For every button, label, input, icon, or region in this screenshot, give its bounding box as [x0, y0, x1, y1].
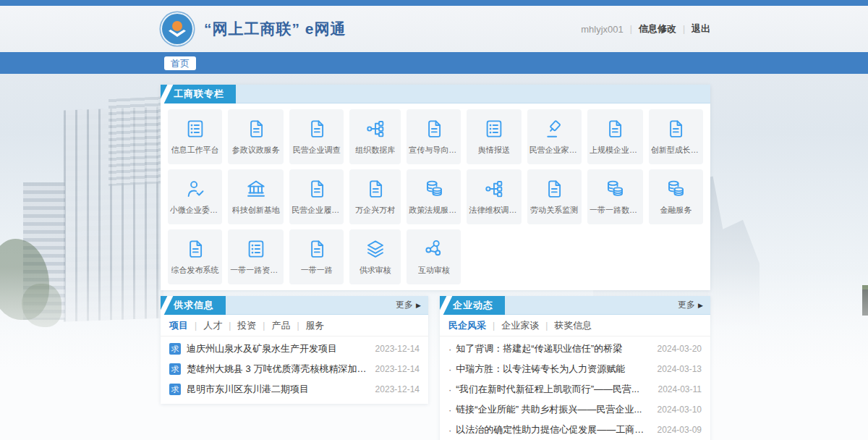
news-item-date: 2024-03-11	[658, 384, 702, 394]
person-check-icon	[184, 178, 206, 200]
app-tile[interactable]: 宣传与导向工...	[407, 109, 461, 164]
bullet-icon: ·	[448, 384, 451, 395]
supply-item-title: 迪庆州山泉水及矿泉水生产开发项目	[187, 342, 375, 355]
app-tile[interactable]: 一带一路资讯库	[228, 229, 284, 284]
more-arrow-icon: ▶	[698, 302, 703, 309]
app-tile[interactable]: 一带一路数据库	[587, 169, 643, 224]
news-list: · 知了背调：搭建起“传递职业信任”的桥梁 2024-03-20 · 中瑞方胜：…	[440, 337, 710, 440]
bullet-icon: ·	[448, 364, 451, 375]
app-tile[interactable]: 信息工作平台	[168, 109, 222, 164]
more-arrow-icon: ▶	[416, 302, 421, 309]
supply-item-date: 2023-12-14	[375, 364, 420, 374]
news-item-title: 知了背调：搭建起“传递职业信任”的桥梁	[456, 342, 657, 355]
app-tile-label: 政策法规服务...	[409, 205, 459, 216]
app-tile[interactable]: 科技创新基地	[228, 169, 284, 224]
app-tile-label: 一带一路数据库	[590, 205, 641, 216]
supply-item-title: 昆明市东川区东川港二期项目	[187, 383, 375, 396]
tab-investment[interactable]: 投资	[237, 319, 256, 332]
app-tile[interactable]: 法律维权调解...	[467, 169, 521, 224]
app-tile-label: 民营企业调查	[293, 145, 341, 156]
supply-item[interactable]: 求 迪庆州山泉水及矿泉水生产开发项目 2023-12-14	[169, 339, 420, 359]
logout-link[interactable]: 退出	[692, 22, 710, 35]
news-item-title: “我们在新时代新征程上凯歌而行”——民营...	[456, 383, 658, 396]
app-tile[interactable]: 供求审核	[349, 229, 401, 284]
app-tile-label: 创新型成长型...	[651, 145, 701, 156]
more-label: 更多	[678, 299, 695, 311]
supply-item[interactable]: 求 楚雄州大姚县 3 万吨优质薄壳核桃精深加工及科... 2023-12-14	[169, 359, 420, 379]
news-item[interactable]: · 以法治的确定性助力提信心促发展——工商联... 2024-03-09	[448, 420, 702, 440]
tab-enterprise-showcase[interactable]: 民企风采	[448, 319, 486, 332]
tab-entrepreneur-talks[interactable]: 企业家谈	[501, 319, 539, 332]
supply-more-link[interactable]: 更多 ▶	[396, 299, 421, 311]
org-icon	[483, 178, 505, 200]
tab-separator: |	[229, 321, 231, 331]
bg-building-left-top	[109, 96, 166, 186]
database-icon	[665, 178, 686, 200]
demand-badge: 求	[169, 363, 181, 375]
org-icon	[365, 118, 386, 140]
federation-column-panel: 工商联专栏 信息工作平台 参政议政服务 民营企业调查 组织数据库 宣传与导向工.…	[161, 85, 710, 290]
app-tile[interactable]: 一带一路	[289, 229, 344, 284]
app-tile-label: 民营企业履行...	[292, 205, 341, 216]
doc-icon	[306, 238, 328, 260]
app-tile[interactable]: 组织数据库	[349, 109, 401, 164]
supply-item[interactable]: 求 昆明市东川区东川港二期项目 2023-12-14	[169, 379, 420, 399]
news-item[interactable]: · 中瑞方胜：以专注铸专长为人力资源赋能 2024-03-13	[448, 359, 702, 379]
news-item[interactable]: · 知了背调：搭建起“传递职业信任”的桥梁 2024-03-20	[448, 339, 702, 359]
panel-title: 供求信息	[161, 296, 226, 315]
tab-separator: |	[493, 321, 495, 331]
tab-talent[interactable]: 人才	[203, 319, 222, 332]
app-tile[interactable]: 万企兴万村	[349, 169, 401, 224]
site-logo	[161, 12, 194, 46]
app-tile-label: 一带一路	[301, 265, 333, 276]
app-tile[interactable]: 上规模企业调查	[587, 109, 643, 164]
app-tile[interactable]: 创新型成长型...	[649, 109, 703, 164]
news-more-link[interactable]: 更多 ▶	[678, 299, 703, 311]
edit-info-link[interactable]: 信息修改	[639, 22, 676, 35]
bg-tree	[0, 239, 49, 320]
app-tile[interactable]: 小微企业委员...	[168, 169, 222, 224]
panel-header: 供求信息 更多 ▶	[161, 296, 428, 315]
doc-icon	[306, 178, 328, 200]
app-tile[interactable]: 参政议政服务	[228, 109, 284, 164]
app-tile[interactable]: 劳动关系监测	[527, 169, 582, 224]
tab-service[interactable]: 服务	[306, 319, 325, 332]
doc-icon	[365, 178, 386, 200]
tab-separator: |	[263, 321, 265, 331]
tab-project[interactable]: 项目	[169, 319, 188, 332]
app-tile[interactable]: 金融服务	[649, 169, 703, 224]
doc-icon	[245, 118, 267, 140]
app-tile-label: 综合发布系统	[171, 265, 219, 276]
bg-dark-building-edge	[862, 285, 868, 316]
news-item-title: 链接“企业所能” 共助乡村振兴——民营企业...	[456, 403, 657, 416]
nav-home-button[interactable]: 首页	[164, 56, 196, 70]
user-separator: |	[683, 24, 685, 34]
database-icon	[604, 178, 626, 200]
tab-separator: |	[297, 321, 299, 331]
tab-award-info[interactable]: 获奖信息	[554, 319, 592, 332]
app-tile[interactable]: 民营企业调查	[289, 109, 344, 164]
news-item[interactable]: · 链接“企业所能” 共助乡村振兴——民营企业... 2024-03-10	[448, 399, 702, 420]
app-tile[interactable]: 综合发布系统	[168, 229, 222, 284]
demand-badge: 求	[169, 343, 181, 355]
app-tile[interactable]: 政策法规服务...	[407, 169, 461, 224]
news-item[interactable]: · “我们在新时代新征程上凯歌而行”——民营... 2024-03-11	[448, 379, 702, 399]
bg-building-left-tall	[64, 107, 163, 322]
app-tile[interactable]: 互动审核	[407, 229, 461, 284]
supply-demand-panel: 供求信息 更多 ▶ 项目 | 人才 | 投资 | 产品 | 服务 求	[161, 296, 428, 404]
share-icon	[423, 238, 445, 260]
app-tile[interactable]: 舆情报送	[467, 109, 521, 164]
app-tile-label: 供求审核	[359, 265, 391, 276]
app-tile[interactable]: 民营企业履行...	[289, 169, 344, 224]
app-tile-label: 互动审核	[418, 265, 450, 276]
app-tile-label: 民营企业家网...	[529, 145, 579, 156]
app-tile-label: 金融服务	[660, 205, 692, 216]
supply-item-date: 2023-12-14	[375, 344, 420, 354]
app-tile[interactable]: 民营企业家网...	[527, 109, 582, 164]
news-item-date: 2024-03-20	[658, 344, 702, 354]
supply-tabs: 项目 | 人才 | 投资 | 产品 | 服务	[161, 315, 428, 337]
doc-icon	[423, 118, 445, 140]
tab-product[interactable]: 产品	[271, 319, 290, 332]
demand-badge: 求	[169, 384, 181, 395]
bullet-icon: ·	[448, 425, 451, 436]
